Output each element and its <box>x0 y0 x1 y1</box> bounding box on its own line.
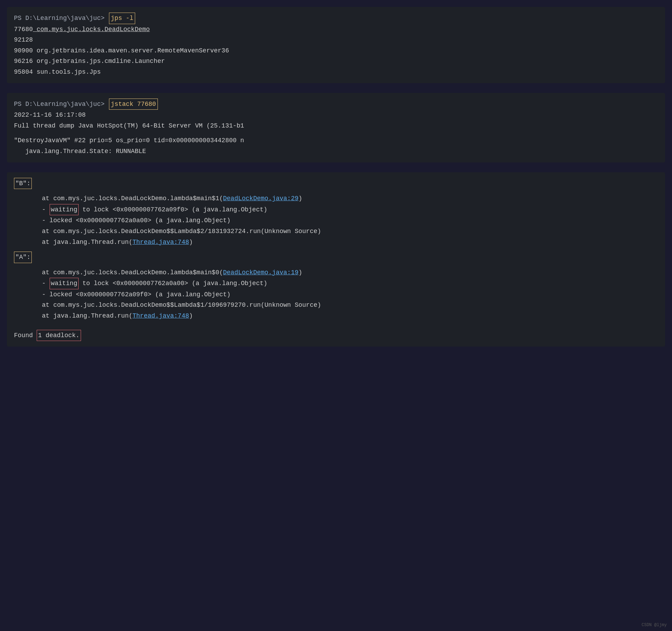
terminal-line-1: 77680 com.mys.juc.locks.DeadLockDemo <box>14 24 658 35</box>
thread-a-line-1: at com.mys.juc.locks.DeadLockDemo.lambda… <box>14 267 658 278</box>
thread-b-line-2: - waiting to lock <0x00000007762a09f0> (… <box>14 204 658 216</box>
a-thread-link-1: Thread.java:748 <box>132 311 189 321</box>
terminal-line-prompt-2: PS D:\Learning\java\juc> jstack 77680 <box>14 99 658 110</box>
thread-a-line-4: at com.mys.juc.locks.DeadLockDemo$$Lambd… <box>14 300 658 311</box>
prompt-1: PS D:\Learning\java\juc> <box>14 13 108 24</box>
thread-a-line-3: - locked <0x00000007762a09f0> (a java.la… <box>14 289 658 300</box>
gap-a1 <box>14 263 658 267</box>
thread-b-line-1: at com.mys.juc.locks.DeadLockDemo.lambda… <box>14 193 658 204</box>
thread-a-line-2: - waiting to lock <0x00000007762a0a00> (… <box>14 278 658 289</box>
destroy-text: "DestroyJavaVM" #22 prio=5 os_prio=0 tid… <box>14 135 244 146</box>
terminal-line-full-dump: Full thread dump Java HotSpot(TM) 64-Bit… <box>14 121 658 131</box>
terminal-block-1: PS D:\Learning\java\juc> jps -l 77680 co… <box>7 7 665 83</box>
terminal-line-4: 96216 org.jetbrains.jps.cmdline.Launcher <box>14 56 658 67</box>
command-2: jstack 77680 <box>109 99 158 110</box>
a-paren-1: ) <box>299 267 302 278</box>
terminal-line-2: 92128 <box>14 35 658 45</box>
a-thread-paren-1: ) <box>189 311 193 321</box>
terminal-line-prompt-1: PS D:\Learning\java\juc> jps -l <box>14 13 658 24</box>
terminal-block-3: "B": at com.mys.juc.locks.DeadLockDemo.l… <box>7 172 665 347</box>
a-waiting-1: waiting <box>50 278 79 289</box>
command-1: jps -l <box>109 13 135 24</box>
pid-1: 77680 <box>14 24 33 35</box>
pid-3: 90900 org.jetbrains.idea.maven.server.Re… <box>14 45 229 56</box>
terminal-line-date: 2022-11-16 16:17:08 <box>14 110 658 121</box>
b-link-1: DeadLockDemo.java:29 <box>223 193 298 204</box>
pid-2: 92128 <box>14 35 33 45</box>
b-lambda-1: at com.mys.juc.locks.DeadLockDemo$$Lambd… <box>42 226 321 237</box>
a-lambda-1: at com.mys.juc.locks.DeadLockDemo$$Lambd… <box>42 300 321 311</box>
b-thread-link-1: Thread.java:748 <box>132 237 189 248</box>
b-paren-1: ) <box>299 193 302 204</box>
thread-b-line-3: - locked <0x00000007762a0a00> (a java.la… <box>14 215 658 226</box>
thread-b-line-5: at java.lang.Thread.run(Thread.java:748) <box>14 237 658 248</box>
pid-5: 95804 sun.tools.jps.Jps <box>14 67 101 78</box>
a-wait-rest-1: to lock <0x00000007762a0a00> (a java.lan… <box>79 278 267 289</box>
a-at-1: at com.mys.juc.locks.DeadLockDemo.lambda… <box>42 267 223 278</box>
b-thread-run-1: at java.lang.Thread.run( <box>42 237 132 248</box>
terminal-line-5: 95804 sun.tools.jps.Jps <box>14 67 658 78</box>
thread-a-line-5: at java.lang.Thread.run(Thread.java:748) <box>14 311 658 321</box>
b-locked-1: - locked <0x00000007762a0a00> (a java.la… <box>42 215 231 226</box>
pid-4: 96216 org.jetbrains.jps.cmdline.Launcher <box>14 56 165 67</box>
b-thread-paren-1: ) <box>189 237 193 248</box>
terminal-line-3: 90900 org.jetbrains.idea.maven.server.Re… <box>14 45 658 56</box>
gap-footer <box>14 321 658 326</box>
watermark: CSDN @ljmy <box>642 623 667 628</box>
date-text: 2022-11-16 16:17:08 <box>14 110 86 121</box>
thread-b-label: "B": <box>14 178 32 189</box>
thread-a-label-line: "A": <box>14 252 658 263</box>
gap-b1 <box>14 189 658 193</box>
footer-line: Found 1 deadlock. <box>14 330 658 341</box>
thread-b-label-line: "B": <box>14 178 658 189</box>
gap-footer2 <box>14 326 658 330</box>
b-dash-1: - <box>42 204 50 215</box>
b-waiting-1: waiting <box>50 204 79 216</box>
a-thread-run-1: at java.lang.Thread.run( <box>42 311 132 321</box>
a-locked-1: - locked <0x00000007762a09f0> (a java.la… <box>42 289 231 300</box>
thread-a-label: "A": <box>14 252 32 263</box>
a-link-1: DeadLockDemo.java:19 <box>223 267 298 278</box>
terminal-line-destroy: "DestroyJavaVM" #22 prio=5 os_prio=0 tid… <box>14 135 658 146</box>
class-1: com.mys.juc.locks.DeadLockDemo <box>33 24 150 35</box>
terminal-line-state: java.lang.Thread.State: RUNNABLE <box>14 146 658 157</box>
terminal-block-2: PS D:\Learning\java\juc> jstack 77680 20… <box>7 93 665 162</box>
b-at-1: at com.mys.juc.locks.DeadLockDemo.lambda… <box>42 193 223 204</box>
b-wait-rest-1: to lock <0x00000007762a09f0> (a java.lan… <box>79 204 267 215</box>
thread-b-line-4: at com.mys.juc.locks.DeadLockDemo$$Lambd… <box>14 226 658 237</box>
prompt-2: PS D:\Learning\java\juc> <box>14 99 108 110</box>
footer-text: Found <box>14 330 37 341</box>
full-dump-text: Full thread dump Java HotSpot(TM) 64-Bit… <box>14 121 244 131</box>
gap-b2 <box>14 247 658 252</box>
gap-1 <box>14 131 658 135</box>
footer-deadlock: 1 deadlock. <box>37 330 81 341</box>
state-text: java.lang.Thread.State: RUNNABLE <box>14 146 146 157</box>
a-dash-1: - <box>42 278 50 289</box>
